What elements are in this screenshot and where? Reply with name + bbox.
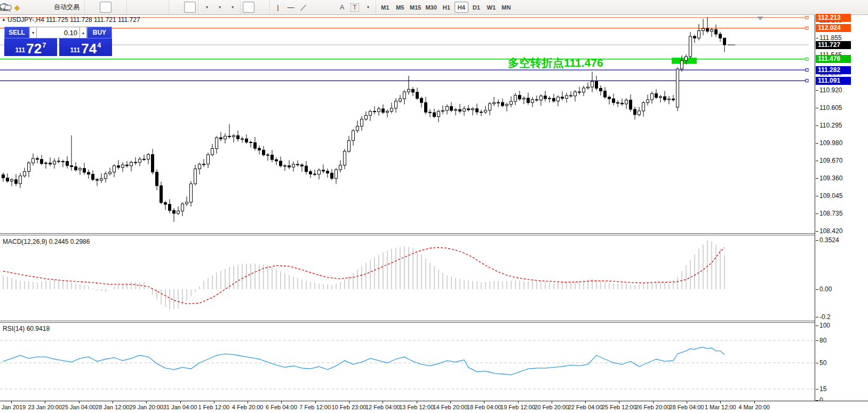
price-badge-111.727: 111.727 bbox=[816, 41, 851, 49]
zoom-out-button[interactable] bbox=[142, 2, 154, 13]
macd-indicator-pane[interactable] bbox=[0, 235, 815, 321]
chart-shift-marker-icon[interactable] bbox=[757, 17, 763, 20]
buy-button[interactable]: BUY bbox=[87, 27, 112, 38]
horizontal-line-button[interactable]: — bbox=[285, 2, 297, 13]
line-anchor[interactable] bbox=[806, 27, 808, 29]
text-button[interactable]: A bbox=[336, 2, 348, 13]
candle-body bbox=[694, 36, 696, 38]
macd-tick: -0.2 bbox=[819, 313, 831, 321]
candle-body bbox=[664, 97, 666, 100]
rsi-indicator-pane[interactable] bbox=[0, 323, 815, 401]
candle-body bbox=[284, 166, 286, 166]
zoom-in-button[interactable] bbox=[129, 2, 141, 13]
chevron-down-icon: ▾ bbox=[219, 5, 221, 10]
search-button[interactable] bbox=[820, 2, 832, 13]
line-anchor[interactable] bbox=[806, 17, 808, 19]
time-tick bbox=[45, 401, 45, 403]
periods-button[interactable]: ▾ bbox=[213, 2, 225, 13]
candle-body bbox=[352, 131, 355, 140]
candle-body bbox=[262, 150, 265, 155]
price-tick: 111.855 bbox=[819, 34, 842, 42]
time-tick bbox=[180, 401, 181, 403]
scroll-to-end-button[interactable] bbox=[171, 2, 183, 13]
candle-body bbox=[177, 211, 180, 213]
candle-body bbox=[476, 109, 479, 112]
timeframe-w1-button[interactable]: W1 bbox=[484, 2, 498, 13]
time-label: 29 Jan 20:00 bbox=[129, 404, 163, 410]
text-label-button[interactable]: T bbox=[349, 2, 361, 13]
price-axis[interactable]: 112.165111.855111.545111.230110.920110.6… bbox=[815, 15, 868, 401]
buy-price-tile[interactable]: 111 74 4 bbox=[59, 38, 112, 56]
price-badge-111.091: 111.091 bbox=[816, 77, 851, 85]
candle-body bbox=[126, 165, 129, 166]
timeframe-d1-button[interactable]: D1 bbox=[469, 2, 483, 13]
timeframe-h4-button[interactable]: H4 bbox=[455, 2, 468, 13]
timeframe-m15-button[interactable]: M15 bbox=[408, 2, 423, 13]
trendline-button[interactable]: ／ bbox=[298, 2, 309, 13]
pane-separator[interactable] bbox=[0, 322, 868, 323]
tile-windows-button[interactable] bbox=[155, 2, 166, 13]
line-anchor[interactable] bbox=[806, 80, 808, 82]
time-tick bbox=[315, 401, 316, 403]
autotrading-button[interactable]: 自动交易 bbox=[50, 2, 82, 13]
candle-body bbox=[224, 136, 227, 139]
line-chart-button[interactable] bbox=[113, 2, 124, 13]
timeframe-m5-button[interactable]: M5 bbox=[393, 2, 407, 13]
candle-body bbox=[420, 98, 423, 102]
candle-body bbox=[403, 92, 406, 99]
level-lines[interactable] bbox=[0, 17, 808, 82]
objects-group: ▾ ▾ ▾ bbox=[198, 0, 240, 14]
timeframe-m30-button[interactable]: M30 bbox=[424, 2, 438, 13]
volume-up-button[interactable]: ▲ bbox=[79, 27, 87, 38]
indicators-button[interactable]: ▾ bbox=[201, 2, 212, 13]
arrows-button[interactable]: ▾ bbox=[362, 2, 373, 13]
green-highlight-box[interactable] bbox=[672, 58, 697, 64]
timeframe-h1-button[interactable]: H1 bbox=[440, 2, 453, 13]
main-price-chart[interactable] bbox=[0, 15, 815, 233]
charts-button[interactable] bbox=[24, 2, 36, 13]
candle-body bbox=[429, 112, 432, 113]
line-anchor[interactable] bbox=[806, 69, 808, 72]
candle-body bbox=[105, 174, 107, 179]
timeframe-mn-button[interactable]: MN bbox=[499, 2, 513, 13]
sell-price-tile[interactable]: 111 72 7 bbox=[4, 38, 57, 56]
time-tick bbox=[146, 401, 147, 403]
time-tick bbox=[518, 401, 519, 403]
time-label: 28 Feb 04:00 bbox=[670, 404, 704, 410]
channel-button[interactable]: E bbox=[310, 2, 322, 13]
candle-body bbox=[399, 99, 402, 101]
timeframe-m1-button[interactable]: M1 bbox=[378, 2, 392, 13]
volume-input[interactable] bbox=[37, 27, 79, 38]
chart-shift-button[interactable] bbox=[184, 2, 196, 13]
chart-annotation-text[interactable]: 多空转折点111.476 bbox=[508, 55, 615, 70]
candle-body bbox=[463, 109, 466, 112]
candlestick-button[interactable] bbox=[100, 2, 112, 13]
pane-separator[interactable] bbox=[0, 233, 868, 234]
candle-body bbox=[630, 100, 632, 109]
pane-separator[interactable] bbox=[0, 235, 868, 235]
pane-separator[interactable] bbox=[0, 321, 868, 321]
signals-button[interactable] bbox=[37, 2, 49, 13]
time-label: 4 Feb 20:00 bbox=[232, 404, 264, 410]
time-tick bbox=[585, 401, 586, 403]
chat-button[interactable] bbox=[850, 2, 862, 13]
bar-chart-button[interactable] bbox=[87, 2, 99, 13]
gold-button[interactable]: ◆ bbox=[11, 2, 23, 13]
price-badge-112.213: 112.213 bbox=[816, 14, 851, 22]
candle-body bbox=[322, 170, 325, 171]
fibonacci-button[interactable]: F bbox=[323, 2, 335, 13]
vertical-line-button[interactable]: | bbox=[272, 2, 284, 13]
cursor-button[interactable] bbox=[243, 2, 254, 13]
time-axis[interactable]: 2 Jan 201923 Jan 20:0025 Jan 04:0028 Jan… bbox=[0, 401, 868, 413]
templates-button[interactable]: ▾ bbox=[226, 2, 238, 13]
line-anchor[interactable] bbox=[806, 58, 808, 60]
candle-body bbox=[587, 87, 590, 88]
candle-body bbox=[181, 204, 184, 211]
candle-body bbox=[237, 136, 240, 139]
candle-body bbox=[160, 186, 163, 203]
candle-body bbox=[53, 161, 56, 164]
sell-button[interactable]: SELL bbox=[4, 27, 29, 38]
volume-down-button[interactable]: ▼ bbox=[29, 27, 37, 38]
crosshair-button[interactable] bbox=[256, 2, 267, 13]
candle-body bbox=[642, 103, 645, 111]
